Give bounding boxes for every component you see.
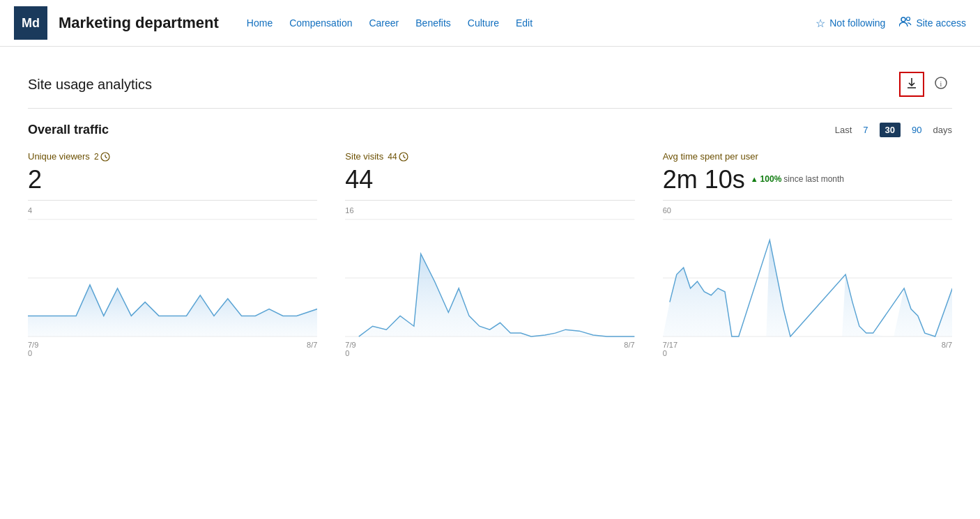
avg-time-card: Avg time spent per user 2m 10s ▲ 100% si… [663, 151, 952, 346]
uv-x-start: 7/9 [28, 341, 38, 349]
not-following-button[interactable]: ☆ Not following [816, 17, 885, 30]
svg-line-8 [105, 157, 107, 158]
divider-3 [663, 200, 952, 201]
unique-viewers-card: Unique viewers 2 2 4 [28, 151, 317, 346]
at-zero: 0 [663, 349, 952, 357]
unique-viewers-count-badge: 2 [94, 152, 110, 162]
svg-line-14 [404, 157, 406, 158]
unique-viewers-label: Unique viewers [28, 151, 90, 162]
info-icon: i [935, 77, 947, 92]
main-nav: Home Compensation Career Benefits Cultur… [247, 17, 804, 29]
clock-icon-1 [100, 152, 110, 162]
days-label: days [933, 125, 952, 135]
trend-text: since last month [783, 174, 844, 184]
header-actions: ☆ Not following Site access [816, 16, 966, 30]
at-y-max: 60 [663, 206, 671, 215]
site-access-button[interactable]: Site access [899, 16, 966, 30]
svg-text:i: i [940, 80, 942, 88]
day-selector: Last 7 30 90 days [835, 123, 952, 137]
site-visits-count-badge: 44 [388, 152, 408, 162]
nav-culture[interactable]: Culture [468, 17, 499, 29]
uv-zero: 0 [28, 349, 317, 357]
trend-percent: 100% [760, 174, 782, 184]
avg-time-label-row: Avg time spent per user [663, 151, 952, 162]
info-button[interactable]: i [930, 73, 952, 95]
unique-viewers-label-row: Unique viewers 2 [28, 151, 317, 162]
avg-time-label: Avg time spent per user [663, 151, 758, 162]
uv-y-max: 4 [28, 206, 32, 215]
download-icon [906, 77, 917, 91]
title-actions: i [899, 72, 952, 97]
site-access-label: Site access [916, 17, 966, 29]
header: Md Marketing department Home Compensatio… [0, 0, 980, 47]
last-label: Last [835, 125, 852, 135]
svg-point-0 [901, 17, 905, 22]
site-logo: Md [14, 6, 47, 40]
svg-point-1 [907, 17, 910, 21]
site-visits-label-row: Site visits 44 [345, 151, 634, 162]
avg-time-value-row: 2m 10s ▲ 100% since last month [663, 164, 952, 194]
trend-up-arrow: ▲ [751, 175, 758, 184]
day-7-button[interactable]: 7 [857, 123, 873, 137]
uv-x-end: 8/7 [307, 341, 317, 349]
clock-icon-2 [399, 152, 408, 162]
sv-y-max: 16 [345, 206, 353, 215]
section-title: Overall traffic [28, 123, 109, 137]
site-visits-card: Site visits 44 44 16 [345, 151, 634, 346]
at-x-start: 7/17 [663, 341, 677, 349]
metrics-grid: Unique viewers 2 2 4 [28, 151, 952, 346]
site-title: Marketing department [59, 14, 219, 32]
divider-2 [345, 200, 634, 201]
site-visits-chart [345, 219, 634, 337]
main-content: Site usage analytics i [0, 47, 980, 366]
sv-zero: 0 [345, 349, 634, 357]
page-title: Site usage analytics [28, 77, 152, 93]
avg-time-value: 2m 10s [663, 164, 745, 194]
avg-time-chart [663, 219, 952, 337]
day-90-button[interactable]: 90 [906, 123, 927, 137]
download-button[interactable] [899, 72, 924, 97]
page-title-row: Site usage analytics i [28, 61, 952, 109]
at-x-end: 8/7 [942, 341, 952, 349]
site-visits-label: Site visits [345, 151, 383, 162]
star-icon: ☆ [816, 17, 825, 30]
section-header: Overall traffic Last 7 30 90 days [28, 123, 952, 137]
day-30-button[interactable]: 30 [880, 123, 901, 137]
unique-viewers-chart [28, 219, 317, 337]
trend-indicator: ▲ 100% since last month [751, 174, 844, 184]
people-icon [899, 16, 912, 30]
nav-home[interactable]: Home [247, 17, 273, 29]
not-following-label: Not following [829, 17, 885, 29]
nav-career[interactable]: Career [369, 17, 399, 29]
nav-compensation[interactable]: Compensation [289, 17, 352, 29]
nav-edit[interactable]: Edit [516, 17, 533, 29]
sv-x-end: 8/7 [624, 341, 634, 349]
divider-1 [28, 200, 317, 201]
sv-x-start: 7/9 [345, 341, 355, 349]
unique-viewers-value: 2 [28, 164, 317, 194]
nav-benefits[interactable]: Benefits [415, 17, 451, 29]
site-visits-value: 44 [345, 164, 634, 194]
